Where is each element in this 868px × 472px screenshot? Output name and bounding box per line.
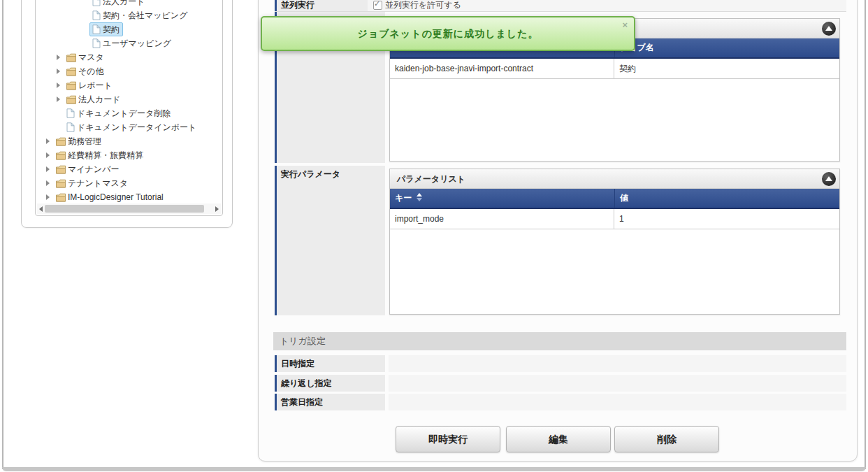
- tree-item[interactable]: 経費精算・旅費精算: [36, 148, 222, 162]
- label-accent-bar: [275, 166, 277, 315]
- document-icon: [92, 38, 101, 48]
- tree-item-content[interactable]: 法人カード: [64, 92, 124, 106]
- tree-item-label: 経費精算・旅費精算: [68, 150, 143, 162]
- table-row[interactable]: kaiden-job-base-jnavi-import-contract 契約: [390, 59, 839, 79]
- parallel-exec-checkbox[interactable]: [373, 1, 382, 10]
- scroll-right-icon[interactable]: [215, 206, 219, 212]
- tree-item-label: その他: [78, 66, 104, 78]
- table-row[interactable]: import_mode 1: [390, 209, 839, 229]
- tree-item[interactable]: その他: [36, 64, 222, 78]
- tree-item-content[interactable]: 勤務管理: [53, 134, 105, 148]
- param-value-column-header[interactable]: 値: [614, 189, 839, 208]
- expand-arrow-icon[interactable]: [57, 96, 60, 102]
- sort-arrows-icon[interactable]: [417, 193, 423, 201]
- expand-arrow-icon[interactable]: [46, 194, 50, 200]
- tree-item[interactable]: ドキュメントデータインポート: [36, 120, 222, 134]
- label-accent-bar: [275, 394, 277, 410]
- document-icon: [92, 10, 101, 20]
- tree-panel: 法人カード契約・会社マッピング契約ユーザマッピングマスタその他レポート法人カード…: [21, 0, 233, 228]
- tree-item-content[interactable]: 経費精算・旅費精算: [53, 148, 147, 162]
- folder-icon: [56, 193, 66, 202]
- tree-item-label: ドキュメントデータインポート: [77, 122, 196, 134]
- tree-item-label: 勤務管理: [68, 136, 101, 148]
- datetime-spec-value-cell: [389, 355, 846, 372]
- expand-arrow-icon[interactable]: [57, 69, 60, 74]
- expand-arrow-icon[interactable]: [46, 166, 50, 172]
- tree-item-content[interactable]: マイナンバー: [53, 162, 122, 176]
- label-accent-bar: [275, 0, 277, 11]
- param-key-cell: import_mode: [390, 209, 614, 229]
- tree-item-content[interactable]: ドキュメントデータ削除: [64, 106, 174, 120]
- tree-item[interactable]: 法人カード: [36, 0, 222, 8]
- horizontal-scrollbar[interactable]: [37, 203, 221, 214]
- tree-item-content[interactable]: その他: [64, 64, 108, 78]
- tree-item[interactable]: ユーザマッピング: [36, 36, 222, 50]
- expand-arrow-icon[interactable]: [46, 180, 50, 186]
- jobnet-detail-card: 並列実行 並列実行を許可する ジョブ名 kaiden-job-base-jnav…: [258, 0, 858, 462]
- folder-icon: [56, 165, 66, 174]
- scroll-left-icon[interactable]: [39, 206, 43, 212]
- param-list-panel: パラメータリスト キー 値 import_mode 1: [389, 169, 840, 315]
- parallel-exec-checkbox-label: 並列実行を許可する: [385, 0, 461, 11]
- tree-item-label: ドキュメントデータ削除: [77, 108, 171, 120]
- close-icon[interactable]: ×: [622, 20, 628, 30]
- window-border-bottom: [2, 467, 866, 471]
- expand-arrow-icon[interactable]: [57, 83, 60, 88]
- job-name-cell: 契約: [615, 59, 839, 78]
- parallel-exec-label: 並列実行: [281, 0, 314, 11]
- tree-item[interactable]: マスタ: [36, 50, 222, 64]
- folder-icon: [66, 53, 76, 62]
- parallel-exec-label-cell: 並列実行: [275, 0, 368, 11]
- param-section-label-cell: 実行パラメータ: [275, 166, 385, 315]
- param-list-panel-header: パラメータリスト: [390, 169, 839, 189]
- tree-item-label: マイナンバー: [68, 164, 119, 176]
- collapse-panel-button[interactable]: [822, 22, 836, 36]
- parallel-exec-row: 並列実行 並列実行を許可する: [275, 0, 846, 12]
- tree-item[interactable]: 契約・会社マッピング: [36, 8, 222, 22]
- tree-item[interactable]: IM-LogicDesigner Tutorial: [36, 190, 222, 204]
- tree-item-content[interactable]: レポート: [64, 78, 116, 92]
- label-accent-bar: [275, 355, 277, 372]
- document-icon: [66, 108, 75, 118]
- folder-icon: [66, 67, 76, 76]
- tree-item[interactable]: レポート: [36, 78, 222, 92]
- tree-item-content[interactable]: テナントマスタ: [53, 176, 131, 190]
- edit-button[interactable]: 編集: [506, 426, 611, 452]
- expand-arrow-icon[interactable]: [57, 55, 60, 60]
- tree-item[interactable]: マイナンバー: [36, 162, 222, 176]
- tree-item-selected[interactable]: 契約: [89, 22, 123, 36]
- job-name-column-header[interactable]: ジョブ名: [614, 38, 839, 57]
- repeat-spec-label: 繰り返し指定: [281, 375, 332, 392]
- tree-item-content[interactable]: ユーザマッピング: [89, 36, 175, 50]
- tree-item-label: 法人カード: [103, 0, 145, 8]
- tree-item[interactable]: テナントマスタ: [36, 176, 222, 190]
- tree-item[interactable]: ドキュメントデータ削除: [36, 106, 222, 120]
- datetime-spec-label: 日時指定: [281, 355, 314, 372]
- param-value-cell: 1: [615, 209, 839, 229]
- param-table-header: キー 値: [390, 189, 839, 209]
- tree-item-content[interactable]: 法人カード: [89, 0, 149, 8]
- expand-arrow-icon[interactable]: [46, 138, 50, 144]
- collapse-panel-button[interactable]: [822, 172, 836, 186]
- success-toast: ジョブネットの更新に成功しました。 ×: [261, 16, 635, 51]
- window-border-right: [865, 0, 866, 469]
- tree-item-label: 契約・会社マッピング: [103, 10, 187, 22]
- tree-item-label: 法人カード: [78, 94, 121, 106]
- expand-arrow-icon[interactable]: [46, 152, 50, 158]
- tree-item[interactable]: 法人カード: [36, 92, 222, 106]
- folder-icon: [56, 179, 66, 188]
- scrollbar-thumb[interactable]: [45, 205, 204, 213]
- tree-item-content[interactable]: マスタ: [64, 50, 108, 64]
- datetime-spec-label-cell: 日時指定: [275, 355, 385, 372]
- param-section-label: 実行パラメータ: [281, 169, 340, 180]
- tree-item[interactable]: 契約: [36, 22, 222, 36]
- folder-icon: [66, 95, 76, 104]
- param-key-column-header[interactable]: キー: [390, 189, 614, 208]
- tree-item-content[interactable]: IM-LogicDesigner Tutorial: [53, 190, 167, 204]
- delete-button[interactable]: 削除: [614, 426, 719, 452]
- immediate-run-button[interactable]: 即時実行: [396, 426, 500, 452]
- repeat-spec-value-cell: [389, 375, 846, 392]
- tree-item-content[interactable]: 契約・会社マッピング: [89, 8, 191, 22]
- tree-item[interactable]: 勤務管理: [36, 134, 222, 148]
- tree-item-content[interactable]: ドキュメントデータインポート: [64, 120, 200, 134]
